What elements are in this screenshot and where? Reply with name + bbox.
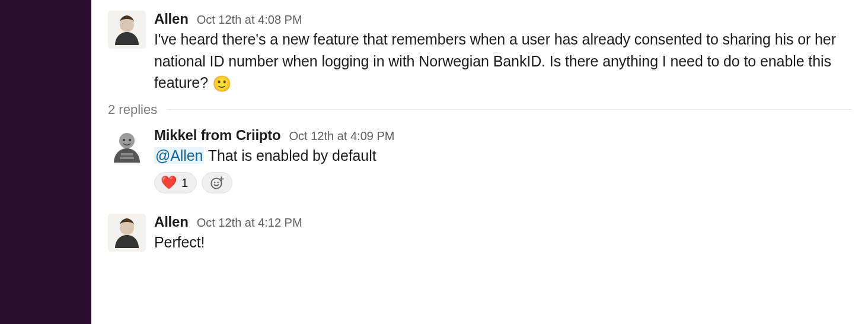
message-text: That is enabled by default bbox=[204, 147, 376, 164]
thread-panel: Allen Oct 12th at 4:08 PM I've heard the… bbox=[91, 0, 868, 324]
user-mention[interactable]: @Allen bbox=[154, 147, 204, 164]
message-timestamp[interactable]: Oct 12th at 4:09 PM bbox=[289, 129, 395, 143]
svg-point-8 bbox=[211, 178, 221, 188]
add-reaction-button[interactable] bbox=[202, 172, 232, 193]
avatar[interactable] bbox=[108, 214, 146, 252]
reaction-count: 1 bbox=[181, 176, 188, 190]
message-text: I've heard there's a new feature that re… bbox=[154, 31, 836, 91]
message-author[interactable]: Allen bbox=[154, 11, 189, 27]
reply-message: Allen Oct 12th at 4:12 PM Perfect! bbox=[108, 214, 851, 253]
add-reaction-icon bbox=[209, 175, 225, 190]
avatar[interactable] bbox=[108, 11, 146, 49]
svg-point-7 bbox=[129, 139, 131, 141]
replies-separator: 2 replies bbox=[108, 102, 851, 117]
slightly-smiling-emoji: 🙂 bbox=[212, 76, 231, 91]
avatar-image bbox=[108, 11, 146, 49]
svg-point-1 bbox=[120, 18, 134, 32]
message-timestamp[interactable]: Oct 12th at 4:08 PM bbox=[197, 13, 302, 27]
message-text: Perfect! bbox=[154, 234, 205, 250]
svg-point-3 bbox=[119, 133, 135, 148]
reaction-heart[interactable]: ❤️ 1 bbox=[154, 172, 197, 193]
reply-message: Mikkel from Criipto Oct 12th at 4:09 PM … bbox=[108, 127, 851, 194]
message-author[interactable]: Allen bbox=[154, 214, 189, 230]
message: Allen Oct 12th at 4:08 PM I've heard the… bbox=[108, 11, 851, 94]
avatar[interactable] bbox=[108, 127, 146, 165]
message-timestamp[interactable]: Oct 12th at 4:12 PM bbox=[197, 216, 302, 230]
replies-count-label: 2 replies bbox=[108, 102, 157, 117]
workspace-sidebar bbox=[0, 0, 91, 324]
message-body: Perfect! bbox=[154, 231, 851, 253]
svg-rect-5 bbox=[120, 157, 134, 159]
message-author[interactable]: Mikkel from Criipto bbox=[154, 127, 281, 144]
reactions-bar: ❤️ 1 bbox=[154, 172, 851, 193]
svg-point-12 bbox=[120, 221, 134, 235]
svg-rect-4 bbox=[121, 153, 133, 155]
svg-point-9 bbox=[214, 182, 215, 183]
avatar-image bbox=[108, 214, 146, 252]
message-body: I've heard there's a new feature that re… bbox=[154, 28, 851, 94]
message-body: @Allen That is enabled by default bbox=[154, 145, 851, 167]
heart-icon: ❤️ bbox=[161, 176, 177, 189]
svg-point-6 bbox=[123, 139, 125, 141]
svg-point-10 bbox=[218, 182, 219, 183]
avatar-image bbox=[108, 127, 146, 165]
separator-line bbox=[167, 109, 851, 110]
